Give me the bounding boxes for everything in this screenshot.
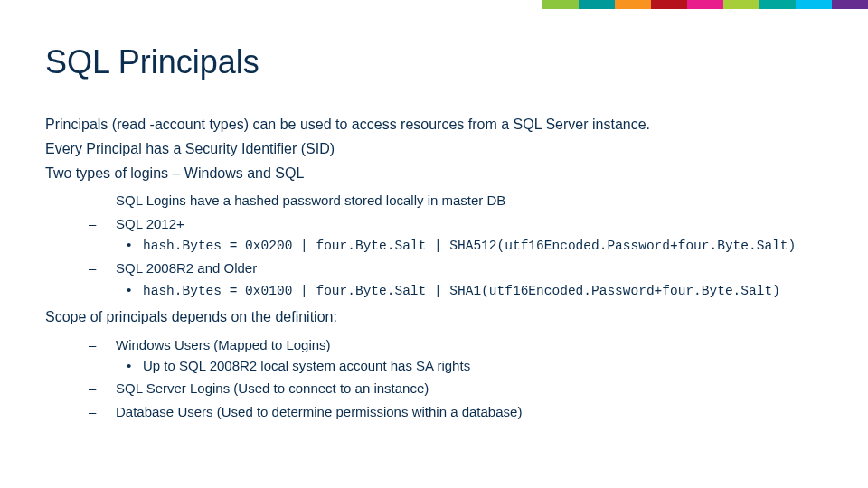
list-item: SQL Server Logins (Used to connect to an… — [45, 378, 823, 399]
list-item: hash.Bytes = 0x0200 | four.Byte.Salt | S… — [116, 234, 823, 256]
scope-list: Windows Users (Mapped to Logins) Up to S… — [45, 334, 823, 422]
list-item: SQL 2012+ hash.Bytes = 0x0200 | four.Byt… — [45, 213, 823, 257]
intro-line: Principals (read -account types) can be … — [45, 114, 823, 136]
list-item: SQL 2008R2 and Older hash.Bytes = 0x0100… — [45, 258, 823, 301]
list-item: hash.Bytes = 0x0100 | four.Byte.Salt | S… — [116, 279, 823, 301]
intro-block: Principals (read -account types) can be … — [45, 114, 823, 184]
list-item-label: SQL 2008R2 and Older — [116, 260, 257, 276]
list-item-label: SQL 2012+ — [116, 216, 184, 231]
list-item: Windows Users (Mapped to Logins) Up to S… — [45, 334, 823, 377]
list-item: SQL Logins have a hashed password stored… — [45, 190, 823, 211]
list-item: Up to SQL 2008R2 local system account ha… — [116, 355, 823, 376]
scope-heading: Scope of principals depends on the defin… — [45, 306, 823, 329]
code-text: hash.Bytes = 0x0100 | four.Byte.Salt | S… — [143, 284, 780, 298]
list-item: Database Users (Used to determine permis… — [45, 401, 823, 422]
slide-content: SQL Principals Principals (read -account… — [0, 0, 868, 422]
logins-list: SQL Logins have a hashed password stored… — [45, 190, 823, 301]
brand-color-strip — [542, 0, 868, 9]
code-text: hash.Bytes = 0x0200 | four.Byte.Salt | S… — [143, 239, 796, 253]
list-item-label: Windows Users (Mapped to Logins) — [116, 337, 331, 352]
intro-line: Every Principal has a Security Identifie… — [45, 138, 823, 161]
intro-line: Two types of logins – Windows and SQL — [45, 163, 823, 185]
slide-title: SQL Principals — [45, 43, 823, 81]
